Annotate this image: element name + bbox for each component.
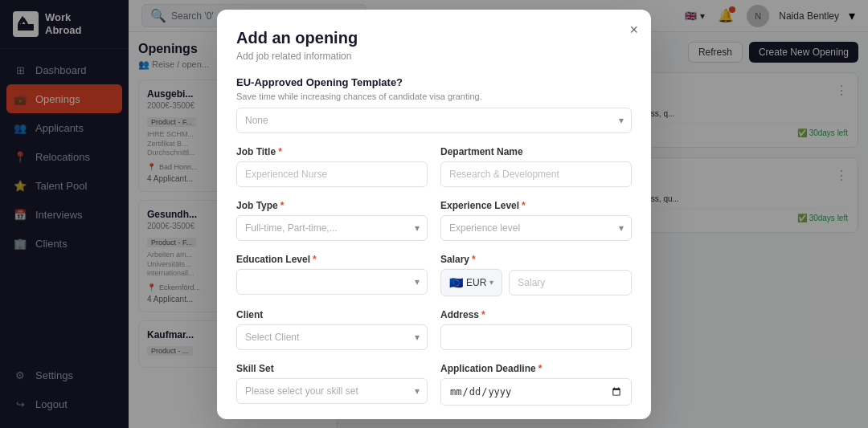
skill-set-group: Skill Set Please select your skill set — [236, 363, 428, 406]
education-level-group: Education Level* — [236, 254, 428, 296]
modal-subtitle: Add job related information — [236, 51, 632, 62]
form-row-2: Job Type* Full-time, Part-time,... Exper… — [236, 200, 632, 241]
education-level-select[interactable] — [236, 269, 428, 295]
salary-group: Salary* 🇪🇺 EUR ▾ — [440, 254, 632, 296]
chevron-down-icon: ▾ — [489, 278, 493, 287]
client-select[interactable]: Select Client — [236, 324, 428, 350]
experience-level-select[interactable]: Experience level — [440, 215, 632, 241]
template-select[interactable]: None — [236, 108, 632, 133]
form-row-3: Education Level* Salary* 🇪🇺 EUR ▾ — [236, 254, 632, 296]
job-type-select-wrapper: Full-time, Part-time,... — [236, 215, 428, 241]
education-level-label: Education Level* — [236, 254, 428, 265]
modal-title: Add an opening — [236, 29, 632, 47]
currency-selector[interactable]: 🇪🇺 EUR ▾ — [440, 269, 502, 296]
skill-set-select[interactable]: Please select your skill set — [236, 378, 428, 404]
skill-set-select-wrapper: Please select your skill set — [236, 378, 428, 404]
targeted-countries-label: Targeted Countries — [236, 418, 632, 419]
application-deadline-label: Application Deadline* — [440, 363, 632, 374]
modal-overlay: × Add an opening Add job related informa… — [0, 0, 868, 428]
add-opening-modal: × Add an opening Add job related informa… — [217, 10, 651, 419]
client-label: Client — [236, 309, 428, 320]
modal-close-button[interactable]: × — [629, 22, 638, 37]
client-group: Client Select Client — [236, 309, 428, 350]
department-name-input[interactable] — [440, 161, 632, 187]
template-section-label: EU-Approved Opening Template? — [236, 76, 632, 88]
experience-level-label: Experience Level* — [440, 200, 632, 211]
experience-level-select-wrapper: Experience level — [440, 215, 632, 241]
targeted-countries-group: Targeted Countries Select targeted count… — [236, 418, 632, 419]
client-select-wrapper: Select Client — [236, 324, 428, 350]
salary-row: 🇪🇺 EUR ▾ — [440, 269, 632, 296]
template-section-desc: Save time while increasing chances of ca… — [236, 92, 632, 101]
education-level-select-wrapper — [236, 269, 428, 295]
application-deadline-input[interactable] — [440, 378, 632, 406]
address-input[interactable]: 6 OG Kuhlmannweg 54b, Süd Daniel, ST 302… — [440, 324, 632, 350]
job-type-label: Job Type* — [236, 200, 428, 211]
job-type-group: Job Type* Full-time, Part-time,... — [236, 200, 428, 241]
salary-label: Salary* — [440, 254, 632, 265]
application-deadline-group: Application Deadline* — [440, 363, 632, 406]
department-name-label: Department Name — [440, 146, 632, 157]
form-row-5: Skill Set Please select your skill set A… — [236, 363, 632, 406]
job-title-group: Job Title* — [236, 146, 428, 187]
experience-level-group: Experience Level* Experience level — [440, 200, 632, 241]
template-select-wrapper: None — [236, 108, 632, 133]
form-row-4: Client Select Client Address* 6 OG Kuhlm… — [236, 309, 632, 350]
form-row-1: Job Title* Department Name — [236, 146, 632, 187]
job-title-input[interactable] — [236, 161, 428, 187]
address-group: Address* 6 OG Kuhlmannweg 54b, Süd Danie… — [440, 309, 632, 350]
address-label: Address* — [440, 309, 632, 320]
template-section: EU-Approved Opening Template? Save time … — [236, 76, 632, 133]
department-name-group: Department Name — [440, 146, 632, 187]
form-row-6: Targeted Countries Select targeted count… — [236, 418, 632, 419]
skill-set-label: Skill Set — [236, 363, 428, 374]
eu-flag-icon: 🇪🇺 — [449, 276, 463, 289]
salary-input[interactable] — [509, 270, 632, 296]
job-type-select[interactable]: Full-time, Part-time,... — [236, 215, 428, 241]
job-title-label: Job Title* — [236, 146, 428, 157]
